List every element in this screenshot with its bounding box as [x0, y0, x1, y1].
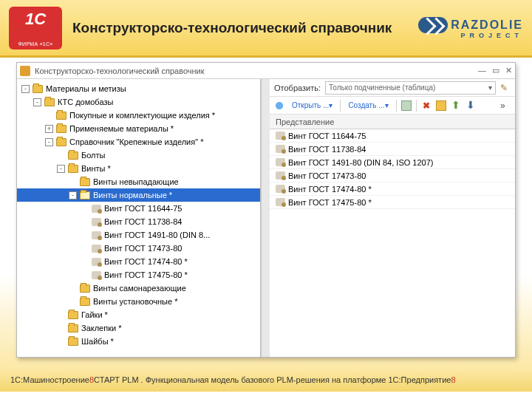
expand-toggle [57, 338, 65, 346]
filter-row: Отобразить: Только подчиненные (таблица)… [270, 79, 515, 97]
tree-node[interactable]: +Применяемые материалы * [17, 122, 260, 135]
tree-node[interactable]: Винт ГОСТ 17475-80 * [17, 268, 260, 282]
tree-label: Покупные и комплектующие изделия * [69, 111, 215, 120]
tree-label: Материалы и метизы [46, 84, 126, 93]
tree-label: Винт ГОСТ 11738-84 [104, 217, 182, 226]
item-icon [276, 158, 285, 166]
filter-select[interactable]: Только подчиненные (таблица) ▾ [325, 81, 496, 95]
tree-node[interactable]: Винты установочные * [17, 295, 260, 308]
tree-label: Винт ГОСТ 17474-80 * [104, 257, 188, 266]
move-up-icon[interactable]: ⬆ [451, 100, 461, 111]
tree-node[interactable]: Покупные и комплектующие изделия * [17, 109, 260, 122]
filter-label: Отобразить: [274, 83, 321, 92]
tree-node[interactable]: -КТС домобазы [17, 95, 260, 109]
list-item[interactable]: Винт ГОСТ 17475-80 * [270, 196, 515, 209]
move-down-icon[interactable]: ⬇ [466, 100, 476, 111]
item-icon [276, 185, 285, 193]
tree-node[interactable]: Винт ГОСТ 17473-80 [17, 242, 260, 255]
expand-toggle [57, 151, 65, 160]
footer: 1С:Машиностроение 8 СТАРТ PLM . Функцион… [0, 368, 532, 392]
item-icon [92, 258, 101, 266]
folder-icon [44, 98, 55, 106]
tree-node[interactable]: Винт ГОСТ 11738-84 [17, 215, 260, 228]
tree-node[interactable]: Винт ГОСТ 11644-75 [17, 202, 260, 215]
create-button[interactable]: Создать ... ▾ [345, 99, 391, 112]
tree-node[interactable]: Болты [17, 149, 260, 162]
folder-icon [56, 112, 66, 120]
folder-icon [68, 165, 78, 173]
expand-toggle[interactable]: - [45, 138, 53, 146]
tree-node[interactable]: Шайбы * [17, 335, 260, 348]
minimize-button[interactable]: — [478, 66, 486, 75]
expand-toggle[interactable]: + [45, 125, 53, 133]
tree-label: Винт ГОСТ 17475-80 * [104, 270, 188, 279]
delete-icon[interactable]: ✖ [421, 100, 432, 111]
folder-icon[interactable] [436, 100, 446, 111]
list-header[interactable]: Представление [270, 115, 515, 129]
folder-icon [68, 151, 78, 160]
tree-node[interactable]: Винты самонарезающие [17, 282, 260, 295]
tree-label: Винт ГОСТ 1491-80 (DIN 8... [104, 231, 210, 239]
expand-toggle[interactable]: - [69, 191, 77, 200]
toolbar: Открыть ... ▾ Создать ... ▾ ✖ ⬆ ⬇ » [270, 97, 515, 115]
tree-label: Винты нормальные * [93, 191, 172, 200]
app-window: Конструкторско-технологический справочни… [16, 62, 516, 358]
expand-toggle [69, 284, 77, 293]
window-titlebar[interactable]: Конструкторско-технологический справочни… [17, 63, 515, 79]
stage: Конструкторско-технологический справочни… [0, 58, 532, 368]
expand-toggle [81, 271, 89, 279]
splitter[interactable] [261, 79, 270, 357]
tree-node[interactable]: Гайки * [17, 308, 260, 321]
tree-node[interactable]: -Винты нормальные * [17, 188, 260, 202]
chevron-down-icon: ▾ [488, 83, 492, 92]
item-icon [92, 205, 101, 213]
page-title: Конструкторско-технологический справочни… [72, 20, 418, 36]
tree-label: Винт ГОСТ 11644-75 [104, 204, 182, 213]
info-icon[interactable] [274, 100, 284, 111]
expand-toggle [69, 178, 77, 186]
tree-node[interactable]: Винт ГОСТ 1491-80 (DIN 8... [17, 228, 260, 242]
expand-toggle[interactable]: - [57, 165, 65, 173]
item-icon [276, 132, 285, 140]
list-item[interactable]: Винт ГОСТ 1491-80 (DIN 84, ISO 1207) [270, 156, 515, 169]
tree-label: Шайбы * [81, 337, 114, 346]
tree-node[interactable]: Винт ГОСТ 17474-80 * [17, 255, 260, 268]
expand-toggle[interactable]: - [33, 98, 41, 106]
more-icon[interactable]: » [500, 100, 511, 111]
tree[interactable]: -Материалы и метизы-КТС домобазыПокупные… [17, 82, 260, 354]
tree-label: Винты невыпадающие [93, 177, 179, 186]
tree-node[interactable]: -Материалы и метизы [17, 82, 260, 95]
tree-label: Применяемые материалы * [69, 124, 174, 133]
list-item[interactable]: Винт ГОСТ 17473-80 [270, 169, 515, 183]
tree-node[interactable]: -Справочник "Крепежные изделия" * [17, 135, 260, 149]
folder-icon [68, 324, 78, 332]
list-body: Винт ГОСТ 11644-75Винт ГОСТ 11738-84Винт… [270, 129, 515, 357]
tree-node[interactable]: Винты невыпадающие [17, 175, 260, 188]
expand-toggle[interactable]: - [21, 85, 30, 93]
edit-icon[interactable]: ✎ [500, 83, 511, 93]
tree-pane: -Материалы и метизы-КТС домобазыПокупные… [17, 79, 261, 357]
folder-icon [80, 298, 90, 306]
folder-icon [56, 125, 66, 133]
folder-icon [33, 85, 43, 93]
tree-label: Справочник "Крепежные изделия" * [69, 137, 203, 146]
item-icon [276, 145, 285, 153]
list-item[interactable]: Винт ГОСТ 11738-84 [270, 143, 515, 156]
list-item[interactable]: Винт ГОСТ 11644-75 [270, 129, 515, 143]
expand-toggle [81, 231, 89, 239]
open-button[interactable]: Открыть ... ▾ [289, 99, 335, 112]
tree-label: Винты самонарезающие [93, 284, 186, 293]
close-button[interactable]: ✕ [505, 66, 512, 75]
tree-node[interactable]: Заклепки * [17, 321, 260, 335]
tree-label: КТС домобазы [58, 98, 113, 106]
tree-label: Болты [81, 151, 105, 160]
razdolie-icon [418, 17, 448, 33]
list-label: Винт ГОСТ 17475-80 * [288, 198, 372, 207]
item-icon [92, 231, 101, 239]
item-icon [92, 271, 101, 279]
list-item[interactable]: Винт ГОСТ 17474-80 * [270, 183, 515, 196]
expand-toggle [69, 298, 77, 306]
copy-icon[interactable] [401, 100, 412, 111]
tree-node[interactable]: -Винты * [17, 162, 260, 175]
maximize-button[interactable]: ▭ [492, 66, 499, 75]
